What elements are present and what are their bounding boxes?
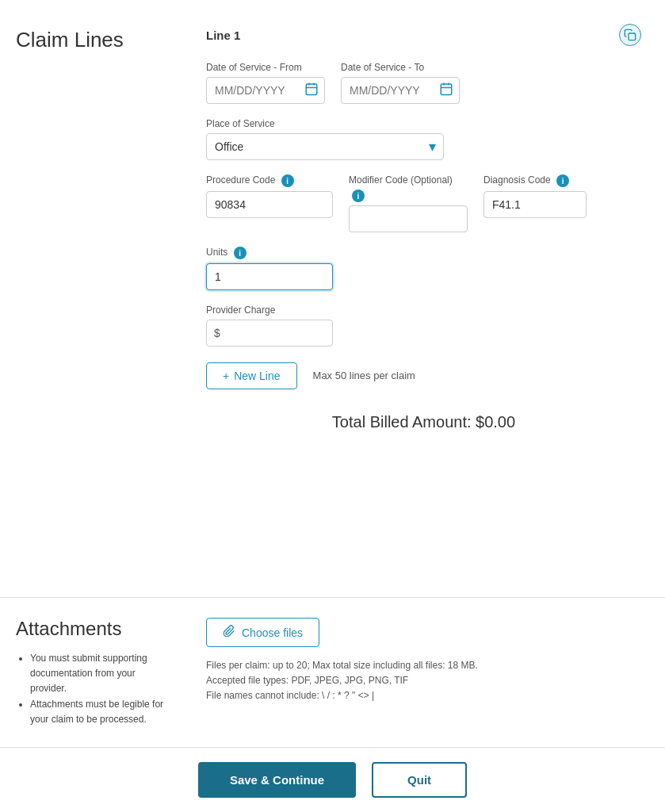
file-info-line3: File names cannot include: \ / : * ? " <… <box>206 688 641 703</box>
page-container: Claim Lines Line 1 Date of Service - Fro… <box>0 0 665 812</box>
place-of-service-select[interactable]: Office Telehealth Home Hospital <box>206 133 444 160</box>
file-info-line2: Accepted file types: PDF, JPEG, JPG, PNG… <box>206 673 641 688</box>
provider-charge-row: Provider Charge $ <box>206 304 641 347</box>
attachments-section: Attachments You must submit supporting d… <box>0 597 665 747</box>
date-from-group: Date of Service - From <box>206 62 325 104</box>
modifier-code-group: Modifier Code (Optional) i <box>349 174 468 232</box>
units-info-icon[interactable]: i <box>234 247 247 259</box>
copy-line-button[interactable] <box>619 24 641 46</box>
procedure-code-label: Procedure Code i <box>206 174 333 187</box>
units-row: Units i <box>206 247 641 290</box>
attachment-bullet-1: You must submit supporting documentation… <box>30 651 174 697</box>
attachments-list: You must submit supporting documentation… <box>16 651 174 727</box>
attachments-right: Choose files Files per claim: up to 20; … <box>174 618 641 727</box>
line-header: Line 1 <box>206 24 641 46</box>
diagnosis-code-input[interactable] <box>483 191 587 218</box>
attachment-bullet-2: Attachments must be legible for your cla… <box>30 697 174 727</box>
date-to-group: Date of Service - To <box>341 62 460 104</box>
main-content: Claim Lines Line 1 Date of Service - Fro… <box>0 0 665 597</box>
provider-charge-wrapper: $ <box>206 320 333 347</box>
procedure-code-group: Procedure Code i <box>206 174 333 232</box>
date-from-calendar-icon[interactable] <box>304 82 319 99</box>
attachments-title: Attachments <box>16 618 174 640</box>
page-title: Claim Lines <box>16 28 174 52</box>
svg-rect-0 <box>629 33 636 40</box>
date-to-calendar-icon[interactable] <box>439 82 453 99</box>
provider-charge-group: Provider Charge $ <box>206 304 333 347</box>
max-lines-text: Max 50 lines per claim <box>313 369 415 383</box>
new-line-section: + New Line Max 50 lines per claim <box>206 362 641 389</box>
new-line-button[interactable]: + New Line <box>206 362 297 389</box>
diagnosis-code-group: Diagnosis Code i <box>483 174 587 232</box>
total-billed-amount: Total Billed Amount: $0.00 <box>332 413 515 431</box>
date-from-label: Date of Service - From <box>206 62 325 73</box>
diagnosis-code-info-icon[interactable]: i <box>556 174 569 187</box>
footer: Save & Continue Quit <box>0 747 665 812</box>
place-of-service-group: Place of Service Office Telehealth Home … <box>206 118 444 160</box>
choose-files-label: Choose files <box>242 626 303 639</box>
date-to-label: Date of Service - To <box>341 62 460 73</box>
modifier-code-label: Modifier Code (Optional) <box>349 174 468 186</box>
date-to-wrapper <box>341 77 460 104</box>
left-panel: Claim Lines <box>16 24 174 573</box>
new-line-label: New Line <box>234 370 280 382</box>
file-info: Files per claim: up to 20; Max total siz… <box>206 658 641 704</box>
place-of-service-wrapper: Office Telehealth Home Hospital ▾ <box>206 133 444 160</box>
dollar-sign: $ <box>214 327 220 339</box>
file-info-line1: Files per claim: up to 20; Max total siz… <box>206 658 641 673</box>
total-section: Total Billed Amount: $0.00 <box>206 413 641 431</box>
date-from-wrapper <box>206 77 325 104</box>
paperclip-icon <box>223 625 235 640</box>
place-of-service-row: Place of Service Office Telehealth Home … <box>206 118 641 160</box>
modifier-code-input[interactable] <box>349 205 468 232</box>
units-label: Units i <box>206 247 333 259</box>
modifier-info-row: i <box>349 190 468 202</box>
svg-rect-5 <box>441 84 452 95</box>
date-row: Date of Service - From <box>206 62 641 104</box>
procedure-code-input[interactable] <box>206 191 333 218</box>
provider-charge-input[interactable] <box>206 320 333 347</box>
plus-icon: + <box>223 370 229 382</box>
units-input[interactable] <box>206 263 333 290</box>
codes-row: Procedure Code i Modifier Code (Optional… <box>206 174 641 232</box>
svg-rect-1 <box>306 84 317 95</box>
line1-title: Line 1 <box>206 29 240 42</box>
save-continue-button[interactable]: Save & Continue <box>198 762 356 798</box>
units-group: Units i <box>206 247 333 290</box>
procedure-code-info-icon[interactable]: i <box>281 174 294 187</box>
provider-charge-label: Provider Charge <box>206 304 333 316</box>
form-panel: Line 1 Date of Service - From <box>174 24 641 573</box>
modifier-code-info-icon[interactable]: i <box>352 190 365 202</box>
quit-button[interactable]: Quit <box>372 762 467 798</box>
diagnosis-code-label: Diagnosis Code i <box>483 174 587 187</box>
choose-files-button[interactable]: Choose files <box>206 618 319 647</box>
place-of-service-label: Place of Service <box>206 118 444 129</box>
attachments-left: Attachments You must submit supporting d… <box>16 618 174 727</box>
